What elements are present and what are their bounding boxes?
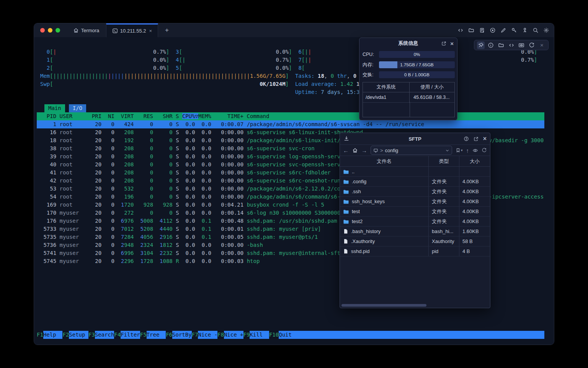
info-icon[interactable]: [487, 41, 495, 49]
bookmark-dropdown-icon[interactable]: ▾: [461, 148, 463, 152]
chevron-down-icon[interactable]: [445, 148, 449, 153]
terminal-line: Swp[ 0K/1024M] Load average: 1.42 1.40 1…: [40, 80, 385, 88]
htop-sort-column[interactable]: CPU%▽: [182, 113, 198, 119]
terminal-line: 0[| 0.7%] 3[ 0.0%] 6[|| 0.0%]: [40, 48, 537, 56]
maximize-window-button[interactable]: [56, 28, 60, 33]
refresh-icon[interactable]: [482, 148, 487, 153]
pencil-icon[interactable]: [500, 27, 506, 34]
file-type: [429, 167, 459, 176]
fkey-f2[interactable]: F2: [62, 331, 69, 339]
record-icon[interactable]: [489, 27, 496, 34]
file-row[interactable]: ssh_host_keys文件夹4.00KB: [340, 197, 490, 207]
file-name: .Xauthority: [351, 238, 375, 244]
file-row[interactable]: .ssh文件夹4.00KB: [340, 187, 490, 197]
close-window-button[interactable]: [40, 28, 45, 33]
fkey-label-f10[interactable]: Quit: [279, 331, 298, 339]
pin-icon[interactable]: [477, 41, 485, 49]
file-size: 58 B: [459, 237, 490, 246]
home-icon: [73, 28, 79, 33]
file-row[interactable]: sshd.pidpid4 B: [340, 246, 490, 256]
breadcrumb-path: config: [385, 148, 399, 153]
keychain-icon[interactable]: [521, 27, 528, 34]
fkey-f5[interactable]: F5: [140, 331, 147, 339]
fkey-label-f9[interactable]: Kill: [250, 331, 269, 339]
tab-termora-home[interactable]: Termora: [66, 23, 106, 37]
htop-column-header[interactable]: PID USER PRI NI VIRT RES SHR S CPU%▽MEM%…: [37, 112, 544, 120]
fkey-f7[interactable]: F7: [192, 331, 198, 339]
file-row[interactable]: .bash_historybash_hi...1.60KB: [340, 227, 490, 237]
htop-tab-io[interactable]: I/O: [69, 104, 86, 112]
terminal-line: 2[ 0.0%] 5[ 0.0%] 8[: [40, 64, 534, 72]
open-in-window-icon[interactable]: [474, 136, 479, 141]
fkey-f3[interactable]: F3: [88, 331, 95, 339]
settings-icon[interactable]: [543, 27, 549, 34]
column-filename[interactable]: 文件名: [340, 156, 429, 166]
fkey-f1[interactable]: F1: [37, 331, 43, 339]
file-icon: [343, 238, 348, 244]
close-tab-icon[interactable]: ×: [149, 28, 152, 34]
close-icon[interactable]: ×: [450, 40, 454, 47]
file-row[interactable]: .XauthorityXauthority58 B: [340, 237, 490, 246]
file-size: 4.00KB: [459, 177, 490, 186]
upload-icon[interactable]: ↑: [466, 148, 469, 153]
close-icon[interactable]: ×: [483, 135, 487, 142]
fs-row[interactable]: /dev/vda1 45.61GB / 58.3...: [363, 92, 454, 103]
htop-tab-main[interactable]: Main: [44, 104, 65, 112]
system-info-panel: 系统信息 × CPU: 0% 内存: 1.75GB / 7.65GB 交换: 0…: [359, 38, 457, 120]
htop-columns-pre: PID USER PRI NI VIRT RES SHR S: [40, 113, 182, 119]
path-breadcrumb[interactable]: > config: [371, 146, 452, 155]
fkey-f8[interactable]: F8: [217, 331, 224, 339]
column-size[interactable]: 大小: [459, 156, 490, 166]
file-row[interactable]: test文件夹4.00KB: [340, 207, 490, 217]
search-icon[interactable]: [532, 27, 539, 34]
folder-icon: [343, 189, 349, 195]
file-name: .ssh: [352, 189, 361, 194]
file-type: 文件夹: [429, 177, 459, 186]
new-tab-button[interactable]: +: [161, 23, 173, 37]
fkey-f4[interactable]: F4: [114, 331, 121, 339]
fkey-label-f7[interactable]: Nice -: [198, 331, 217, 339]
back-icon[interactable]: ←: [343, 148, 349, 153]
file-row[interactable]: ..: [340, 167, 490, 177]
code-icon[interactable]: [508, 41, 515, 49]
fkey-label-f4[interactable]: Filter: [121, 331, 140, 339]
bookmark-button[interactable]: ▾: [456, 148, 463, 153]
key-icon[interactable]: [511, 27, 517, 34]
download-icon[interactable]: [343, 135, 350, 141]
forward-icon[interactable]: →: [361, 148, 367, 153]
fkey-label-f6[interactable]: SortBy: [172, 331, 192, 339]
close-icon[interactable]: ×: [538, 41, 546, 49]
eye-icon[interactable]: [472, 148, 478, 153]
fkey-label-f2[interactable]: Setup: [69, 331, 88, 339]
open-in-window-icon[interactable]: [441, 41, 446, 46]
traffic-lights: [40, 28, 60, 33]
fkey-f9[interactable]: F9: [243, 331, 250, 339]
folder-icon[interactable]: [468, 27, 474, 34]
fs-name: /dev/vda1: [363, 92, 410, 102]
file-name: test2: [352, 219, 363, 224]
tab-session-active[interactable]: 10.211.55.2 ×: [106, 23, 158, 37]
column-type[interactable]: 类型: [429, 156, 459, 166]
fkey-label-f5[interactable]: Tree: [147, 331, 166, 339]
file-row[interactable]: test2文件夹4.00KB: [340, 217, 490, 227]
terminal-line: Uptime: 7 days, 15:36:41: [40, 88, 372, 96]
preview-icon[interactable]: [518, 41, 525, 49]
home-icon[interactable]: [352, 148, 358, 153]
folder-icon[interactable]: [497, 41, 505, 49]
code-icon[interactable]: [457, 27, 464, 34]
refresh-icon[interactable]: [528, 41, 536, 49]
process-row[interactable]: 1 root 20 0 424 0 0 S 0.0 0.0 0:00.07 /p…: [37, 120, 544, 128]
fkey-f6[interactable]: F6: [166, 331, 172, 339]
help-icon[interactable]: [464, 136, 469, 141]
tab-session-label: 10.211.55.2: [120, 28, 146, 34]
breadcrumb-separator: >: [380, 148, 383, 153]
fkey-f10[interactable]: F10: [269, 331, 279, 339]
file-row[interactable]: .config文件夹4.00KB: [340, 177, 490, 187]
fkey-label-f1[interactable]: Help: [43, 331, 63, 339]
memory-usage-row: 内存: 1.75GB / 7.65GB: [363, 61, 455, 68]
notes-icon[interactable]: [479, 27, 485, 34]
horizontal-scrollbar[interactable]: [341, 304, 426, 307]
fkey-label-f8[interactable]: Nice +: [224, 331, 243, 339]
fkey-label-f3[interactable]: Search: [95, 331, 114, 339]
minimize-window-button[interactable]: [48, 28, 52, 33]
